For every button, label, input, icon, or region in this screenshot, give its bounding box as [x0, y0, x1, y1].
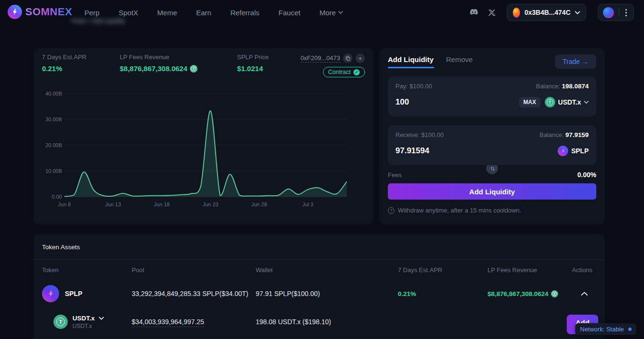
contract-info: 0xF209...0473 + Contract ✓: [301, 53, 365, 77]
subrow-token-name: USDT.x: [73, 315, 95, 322]
contract-badge[interactable]: Contract ✓: [323, 67, 365, 77]
lp-fees-amount: $8,876,867,308.0624: [120, 64, 187, 73]
brand-name: SOMNEX: [25, 6, 72, 18]
chevron-down-icon: [99, 317, 104, 320]
chevron-up-icon: [581, 292, 588, 296]
receive-token-label: SPLP: [571, 147, 589, 155]
y-tick-label: 20.00B: [40, 142, 62, 148]
receive-balance-label: Balance:: [540, 131, 564, 138]
col-wallet: Wallet: [256, 266, 398, 274]
nav-item-spotx[interactable]: SpotX: [119, 9, 138, 17]
col-actions: Actions: [572, 266, 596, 274]
tab-remove[interactable]: Remove: [446, 55, 473, 64]
receive-balance: Balance: 97.9159: [540, 131, 589, 138]
lp-fees-amount: $8,876,867,308.0624: [488, 290, 549, 297]
nav-more-label: More: [320, 9, 336, 17]
contract-address-link[interactable]: 0xF209...0473: [301, 54, 340, 63]
stat-apr-value: 0.21%: [42, 64, 86, 73]
x-tick-label: Jun 23: [203, 201, 218, 207]
pool-value-link[interactable]: $34,003,939,964,997.25: [132, 318, 204, 327]
stat-price: SPLP Price $1.0214: [237, 53, 269, 73]
table-row-splp: SPLP 33,292,394,849,285.33 SPLP($34.00T)…: [42, 283, 596, 305]
table-subrow-usdtx: T USDT.x USDT.x $34,003,939,964,997.25 1…: [42, 309, 596, 334]
pay-balance-label: Balance:: [536, 83, 560, 90]
pay-input-box: Pay: $100.00 Balance: 198.0874 100 MAX T…: [388, 76, 596, 117]
apr-value: 0.21%: [398, 290, 488, 297]
nav-item-more[interactable]: More: [320, 9, 343, 17]
receive-amount-input[interactable]: 97.91594: [395, 146, 429, 156]
max-button[interactable]: MAX: [519, 97, 540, 107]
wallet-address: 0x3B4B...474C: [524, 9, 571, 16]
network-status-badge[interactable]: Network: Stable: [575, 323, 636, 335]
y-tick-label: 30.00B: [40, 117, 62, 122]
collapse-row-button[interactable]: [572, 292, 596, 296]
pay-token-label: USDT.x: [558, 98, 581, 106]
contract-badge-label: Contract: [328, 69, 351, 75]
stat-price-label: SPLP Price: [237, 53, 269, 61]
pool-stats-chart-card: 7 Days Est.APR 0.21% LP Fees Revenue $8,…: [33, 48, 374, 224]
col-lp-fees: LP Fees Revenue: [488, 266, 572, 274]
pay-balance: Balance: 198.0874: [536, 83, 589, 90]
x-tick-label: Jun 28: [251, 201, 267, 207]
col-pool: Pool: [132, 266, 256, 274]
network-status-dot: [628, 328, 632, 331]
token-name: SPLP: [65, 290, 83, 297]
copy-icon[interactable]: [343, 53, 353, 63]
pay-amount-input[interactable]: 100: [395, 97, 409, 107]
fees-label: Fees: [388, 171, 402, 179]
stat-lp-fees-value: $8,876,867,308.0624 T: [120, 64, 197, 73]
col-apr: 7 Days Est.APR: [398, 266, 488, 274]
brand-logo[interactable]: SOMNEX: [8, 5, 72, 19]
active-tab-underline: [388, 67, 434, 68]
tab-add-liquidity[interactable]: Add Liquidity: [388, 55, 434, 64]
table-header-row: Token Pool Wallet 7 Days Est.APR LP Fees…: [42, 266, 596, 274]
wallet-value: 198.08 USDT.x ($198.10): [256, 318, 398, 326]
wallet-value: 97.91 SPLP($100.00): [256, 290, 398, 297]
receive-input-box: Receive: $100.00 Balance: 97.9159 97.915…: [388, 125, 596, 165]
chevron-down-icon: [575, 11, 580, 14]
receive-label: Receive: $100.00: [395, 131, 444, 138]
y-tick-label: 40.00B: [40, 91, 62, 96]
usdt-icon: T: [545, 97, 555, 107]
receive-token: SPLP: [558, 146, 589, 156]
stat-apr-label: 7 Days Est.APR: [42, 53, 86, 61]
usdt-icon: T: [53, 315, 68, 329]
wallet-avatar: [513, 8, 520, 18]
token-assets-card: Token Assets Token Pool Wallet 7 Days Es…: [33, 234, 605, 339]
subrow-token-subname: USDT.x: [73, 323, 104, 329]
token-assets-title: Token Assets: [42, 244, 80, 251]
add-liquidity-button[interactable]: Add Liquidity: [388, 183, 596, 200]
chevron-down-icon: [338, 11, 343, 14]
somnex-logo-icon: [8, 5, 22, 19]
y-tick-label: 10.00B: [40, 168, 62, 174]
nav-item-meme[interactable]: Meme: [157, 9, 177, 17]
subrow-token-select[interactable]: USDT.x: [73, 315, 104, 322]
liquidity-panel: Add Liquidity Remove Trade → Pay: $100.0…: [379, 48, 605, 224]
cooldown-note-text: Withdraw anytime, after a 15 mins cooldo…: [398, 207, 521, 214]
question-icon: ?: [388, 207, 395, 214]
main-nav: Perp SpotX Meme Earn Referrals Faucet Mo…: [84, 0, 343, 25]
nav-item-referrals[interactable]: Referrals: [230, 9, 260, 17]
trade-button[interactable]: Trade →: [555, 54, 596, 69]
add-to-wallet-icon[interactable]: +: [355, 53, 365, 63]
y-tick-label: 0.00: [40, 194, 62, 200]
tether-icon: T: [551, 290, 558, 297]
kebab-menu-icon[interactable]: [623, 7, 629, 18]
discord-icon[interactable]: [469, 0, 479, 25]
x-tick-label: Jul 3: [302, 201, 313, 207]
receive-balance-value: 97.9159: [565, 131, 589, 138]
stat-lp-fees-label: LP Fees Revenue: [120, 53, 197, 61]
network-app-icon[interactable]: [603, 7, 614, 18]
lp-fees-chart[interactable]: [64, 91, 347, 203]
x-tick-label: Jun 8: [58, 201, 71, 207]
header-utility-group: [598, 4, 634, 21]
nav-item-faucet[interactable]: Faucet: [279, 9, 301, 17]
fees-value: 0.00%: [577, 171, 596, 179]
stat-lp-fees: LP Fees Revenue $8,876,867,308.0624 T: [120, 53, 197, 73]
pay-token-select[interactable]: T USDT.x: [545, 97, 589, 107]
x-twitter-icon[interactable]: [488, 0, 496, 25]
pay-balance-value: 198.0874: [562, 83, 589, 90]
nav-item-earn[interactable]: Earn: [196, 9, 211, 17]
wallet-button[interactable]: 0x3B4B...474C: [507, 4, 586, 21]
nav-item-perp[interactable]: Perp: [84, 9, 100, 17]
